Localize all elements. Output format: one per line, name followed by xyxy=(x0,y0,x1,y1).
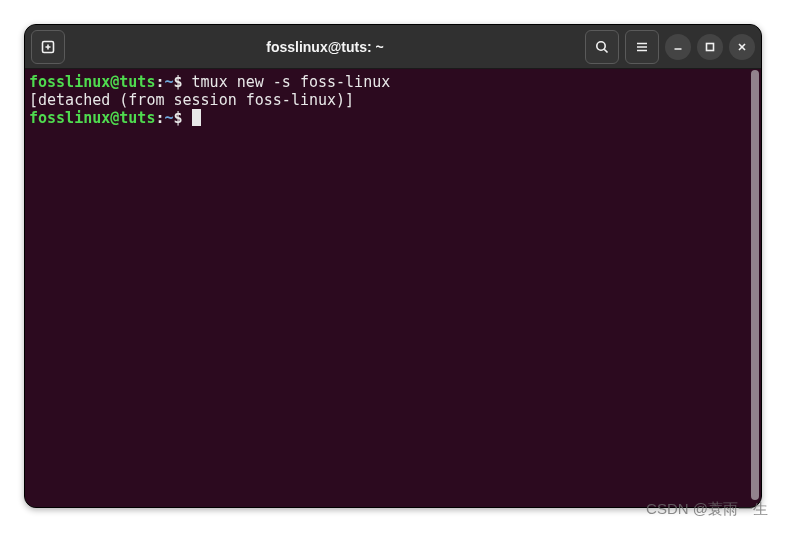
close-icon xyxy=(736,41,748,53)
terminal-line: fosslinux@tuts:~$ xyxy=(29,109,753,127)
search-icon xyxy=(594,39,610,55)
minimize-icon xyxy=(672,41,684,53)
prompt-symbol: $ xyxy=(174,73,183,91)
prompt-symbol: $ xyxy=(174,109,183,127)
hamburger-icon xyxy=(634,39,650,55)
maximize-button[interactable] xyxy=(697,34,723,60)
menu-button[interactable] xyxy=(625,30,659,64)
scrollbar[interactable] xyxy=(751,70,759,500)
minimize-button[interactable] xyxy=(665,34,691,60)
new-tab-icon xyxy=(40,39,56,55)
titlebar: fosslinux@tuts: ~ xyxy=(25,25,761,69)
prompt-path: ~ xyxy=(164,109,173,127)
terminal-area[interactable]: fosslinux@tuts:~$ tmux new -s foss-linux… xyxy=(25,69,761,507)
command-text: tmux new -s foss-linux xyxy=(183,73,391,91)
cursor xyxy=(192,109,201,126)
prompt-user: fosslinux@tuts xyxy=(29,109,155,127)
prompt-user: fosslinux@tuts xyxy=(29,73,155,91)
svg-line-4 xyxy=(604,49,607,52)
new-tab-button[interactable] xyxy=(31,30,65,64)
window-title: fosslinux@tuts: ~ xyxy=(71,39,579,55)
terminal-window: fosslinux@tuts: ~ xyxy=(24,24,762,508)
prompt-path: ~ xyxy=(164,73,173,91)
terminal-output: [detached (from session foss-linux)] xyxy=(29,91,753,109)
command-text xyxy=(183,109,192,127)
svg-point-3 xyxy=(597,41,605,49)
maximize-icon xyxy=(704,41,716,53)
terminal-line: fosslinux@tuts:~$ tmux new -s foss-linux xyxy=(29,73,753,91)
close-button[interactable] xyxy=(729,34,755,60)
watermark: CSDN @蓑雨一生 xyxy=(646,500,768,519)
search-button[interactable] xyxy=(585,30,619,64)
svg-rect-9 xyxy=(707,43,714,50)
